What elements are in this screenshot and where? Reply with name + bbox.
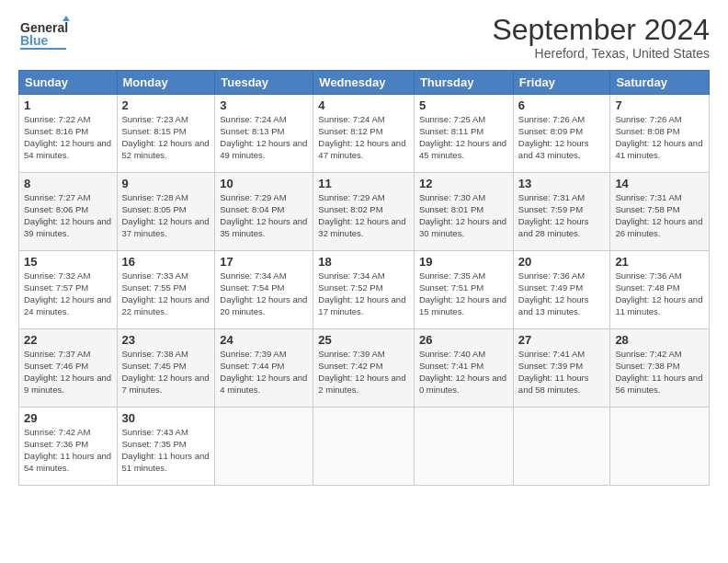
day-info: Sunrise: 7:42 AM Sunset: 7:36 PM Dayligh… <box>24 427 112 474</box>
day-number: 11 <box>318 177 409 190</box>
calendar-cell: 25Sunrise: 7:39 AM Sunset: 7:42 PM Dayli… <box>313 329 415 408</box>
day-info: Sunrise: 7:40 AM Sunset: 7:41 PM Dayligh… <box>419 349 508 396</box>
column-header-friday: Friday <box>513 71 610 95</box>
day-number: 1 <box>24 98 112 112</box>
day-number: 26 <box>419 333 508 347</box>
calendar-cell: 21Sunrise: 7:36 AM Sunset: 7:48 PM Dayli… <box>610 251 710 329</box>
calendar-cell: 13Sunrise: 7:31 AM Sunset: 7:59 PM Dayli… <box>513 173 610 251</box>
title-area: September 2024 Hereford, Texas, United S… <box>492 14 710 61</box>
day-info: Sunrise: 7:24 AM Sunset: 8:13 PM Dayligh… <box>220 114 308 161</box>
day-info: Sunrise: 7:36 AM Sunset: 7:49 PM Dayligh… <box>518 270 606 317</box>
column-header-sunday: Sunday <box>19 71 118 95</box>
day-info: Sunrise: 7:22 AM Sunset: 8:16 PM Dayligh… <box>24 114 112 161</box>
day-info: Sunrise: 7:23 AM Sunset: 8:15 PM Dayligh… <box>122 114 210 161</box>
logo-icon: General Blue <box>18 14 69 55</box>
day-number: 5 <box>419 98 508 112</box>
day-info: Sunrise: 7:29 AM Sunset: 8:02 PM Dayligh… <box>318 192 409 239</box>
day-info: Sunrise: 7:32 AM Sunset: 7:57 PM Dayligh… <box>24 270 112 317</box>
day-number: 2 <box>122 98 210 112</box>
day-number: 19 <box>419 255 508 269</box>
day-number: 14 <box>615 177 704 190</box>
day-number: 13 <box>518 177 606 190</box>
day-info: Sunrise: 7:24 AM Sunset: 8:12 PM Dayligh… <box>318 114 409 161</box>
day-number: 22 <box>24 333 112 347</box>
page: General Blue September 2024 Hereford, Te… <box>0 0 728 563</box>
calendar-header-row: SundayMondayTuesdayWednesdayThursdayFrid… <box>19 71 710 95</box>
calendar-cell: 5Sunrise: 7:25 AM Sunset: 8:11 PM Daylig… <box>414 95 513 173</box>
calendar-cell: 12Sunrise: 7:30 AM Sunset: 8:01 PM Dayli… <box>414 173 513 251</box>
calendar-cell: 23Sunrise: 7:38 AM Sunset: 7:45 PM Dayli… <box>117 329 215 408</box>
column-header-saturday: Saturday <box>610 71 710 95</box>
calendar-cell: 18Sunrise: 7:34 AM Sunset: 7:52 PM Dayli… <box>313 251 415 329</box>
calendar-cell <box>215 408 313 486</box>
day-info: Sunrise: 7:26 AM Sunset: 8:09 PM Dayligh… <box>518 114 606 161</box>
day-number: 6 <box>518 98 606 112</box>
day-info: Sunrise: 7:34 AM Sunset: 7:52 PM Dayligh… <box>318 270 409 317</box>
calendar-cell <box>610 408 710 486</box>
day-number: 28 <box>615 333 704 347</box>
day-info: Sunrise: 7:36 AM Sunset: 7:48 PM Dayligh… <box>615 270 704 317</box>
calendar-cell: 19Sunrise: 7:35 AM Sunset: 7:51 PM Dayli… <box>414 251 513 329</box>
calendar-week-5: 29Sunrise: 7:42 AM Sunset: 7:36 PM Dayli… <box>19 408 710 486</box>
subtitle: Hereford, Texas, United States <box>492 46 710 61</box>
calendar-cell: 26Sunrise: 7:40 AM Sunset: 7:41 PM Dayli… <box>414 329 513 408</box>
column-header-monday: Monday <box>117 71 215 95</box>
calendar-cell: 14Sunrise: 7:31 AM Sunset: 7:58 PM Dayli… <box>610 173 710 251</box>
calendar-cell <box>414 408 513 486</box>
day-number: 29 <box>24 411 112 425</box>
calendar-week-3: 15Sunrise: 7:32 AM Sunset: 7:57 PM Dayli… <box>19 251 710 329</box>
day-info: Sunrise: 7:35 AM Sunset: 7:51 PM Dayligh… <box>419 270 508 317</box>
column-header-wednesday: Wednesday <box>313 71 415 95</box>
day-info: Sunrise: 7:30 AM Sunset: 8:01 PM Dayligh… <box>419 192 508 239</box>
day-number: 15 <box>24 255 112 269</box>
logo: General Blue <box>18 14 69 55</box>
day-number: 23 <box>122 333 210 347</box>
calendar-cell: 15Sunrise: 7:32 AM Sunset: 7:57 PM Dayli… <box>19 251 118 329</box>
day-info: Sunrise: 7:28 AM Sunset: 8:05 PM Dayligh… <box>122 192 210 239</box>
day-number: 8 <box>24 177 112 190</box>
calendar-cell: 17Sunrise: 7:34 AM Sunset: 7:54 PM Dayli… <box>215 251 313 329</box>
svg-text:Blue: Blue <box>20 33 49 48</box>
column-header-thursday: Thursday <box>414 71 513 95</box>
day-info: Sunrise: 7:37 AM Sunset: 7:46 PM Dayligh… <box>24 349 112 396</box>
column-header-tuesday: Tuesday <box>215 71 313 95</box>
day-info: Sunrise: 7:25 AM Sunset: 8:11 PM Dayligh… <box>419 114 508 161</box>
day-info: Sunrise: 7:39 AM Sunset: 7:44 PM Dayligh… <box>220 349 308 396</box>
day-info: Sunrise: 7:42 AM Sunset: 7:38 PM Dayligh… <box>615 349 704 396</box>
calendar-cell <box>313 408 415 486</box>
day-number: 7 <box>615 98 704 112</box>
calendar-cell: 6Sunrise: 7:26 AM Sunset: 8:09 PM Daylig… <box>513 95 610 173</box>
day-info: Sunrise: 7:27 AM Sunset: 8:06 PM Dayligh… <box>24 192 112 239</box>
calendar-cell: 2Sunrise: 7:23 AM Sunset: 8:15 PM Daylig… <box>117 95 215 173</box>
main-title: September 2024 <box>492 14 710 46</box>
calendar-week-4: 22Sunrise: 7:37 AM Sunset: 7:46 PM Dayli… <box>19 329 710 408</box>
day-info: Sunrise: 7:29 AM Sunset: 8:04 PM Dayligh… <box>220 192 308 239</box>
calendar-cell: 30Sunrise: 7:43 AM Sunset: 7:35 PM Dayli… <box>117 408 215 486</box>
header: General Blue September 2024 Hereford, Te… <box>18 14 710 61</box>
calendar-cell: 11Sunrise: 7:29 AM Sunset: 8:02 PM Dayli… <box>313 173 415 251</box>
day-number: 17 <box>220 255 308 269</box>
calendar-cell: 29Sunrise: 7:42 AM Sunset: 7:36 PM Dayli… <box>19 408 118 486</box>
day-info: Sunrise: 7:31 AM Sunset: 7:58 PM Dayligh… <box>615 192 704 239</box>
day-info: Sunrise: 7:31 AM Sunset: 7:59 PM Dayligh… <box>518 192 606 239</box>
day-number: 12 <box>419 177 508 190</box>
calendar-cell: 7Sunrise: 7:26 AM Sunset: 8:08 PM Daylig… <box>610 95 710 173</box>
day-info: Sunrise: 7:33 AM Sunset: 7:55 PM Dayligh… <box>122 270 210 317</box>
day-number: 18 <box>318 255 409 269</box>
day-number: 25 <box>318 333 409 347</box>
day-info: Sunrise: 7:39 AM Sunset: 7:42 PM Dayligh… <box>318 349 409 396</box>
day-number: 20 <box>518 255 606 269</box>
day-number: 10 <box>220 177 308 190</box>
day-number: 9 <box>122 177 210 190</box>
day-info: Sunrise: 7:43 AM Sunset: 7:35 PM Dayligh… <box>122 427 210 474</box>
day-info: Sunrise: 7:41 AM Sunset: 7:39 PM Dayligh… <box>518 349 606 396</box>
day-info: Sunrise: 7:38 AM Sunset: 7:45 PM Dayligh… <box>122 349 210 396</box>
calendar-cell: 3Sunrise: 7:24 AM Sunset: 8:13 PM Daylig… <box>215 95 313 173</box>
calendar-cell: 10Sunrise: 7:29 AM Sunset: 8:04 PM Dayli… <box>215 173 313 251</box>
calendar-week-1: 1Sunrise: 7:22 AM Sunset: 8:16 PM Daylig… <box>19 95 710 173</box>
calendar-cell: 24Sunrise: 7:39 AM Sunset: 7:44 PM Dayli… <box>215 329 313 408</box>
day-info: Sunrise: 7:34 AM Sunset: 7:54 PM Dayligh… <box>220 270 308 317</box>
day-info: Sunrise: 7:26 AM Sunset: 8:08 PM Dayligh… <box>615 114 704 161</box>
svg-marker-1 <box>63 16 69 21</box>
day-number: 30 <box>122 411 210 425</box>
